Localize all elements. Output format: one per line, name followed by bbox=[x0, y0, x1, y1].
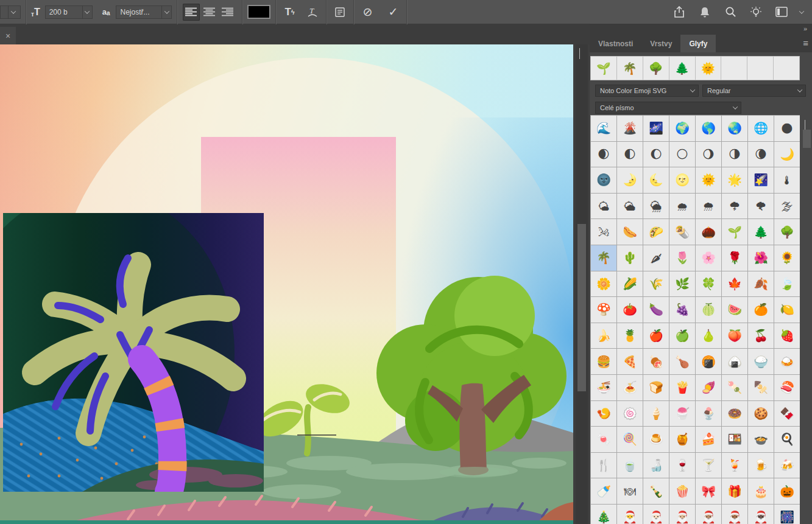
glyph-cell[interactable]: 🌎 bbox=[696, 116, 721, 141]
glyph-cell[interactable]: 🎅🏾 bbox=[722, 505, 747, 524]
glyph-cell[interactable]: 🍨 bbox=[696, 401, 721, 427]
glyph-cell[interactable]: 🌯 bbox=[669, 219, 695, 245]
glyph-cell[interactable]: 🍼 bbox=[591, 478, 616, 504]
glyph-cell[interactable]: 🍾 bbox=[643, 478, 669, 504]
font-style-select[interactable]: Regular bbox=[702, 85, 806, 97]
glyph-cell[interactable]: 🌡 bbox=[774, 167, 800, 193]
glyph-cell[interactable]: 🌛 bbox=[617, 167, 643, 193]
glyph-cell[interactable]: 🌹 bbox=[722, 245, 747, 271]
glyph-cell[interactable]: 🌑 bbox=[774, 116, 800, 141]
glyph-cell[interactable]: 🍭 bbox=[617, 427, 643, 452]
glyph-cell[interactable]: 🍠 bbox=[696, 375, 721, 400]
glyph-cell[interactable]: 🍵 bbox=[617, 453, 643, 478]
glyph-cell[interactable]: 🍎 bbox=[643, 323, 669, 349]
glyph-cell[interactable]: 🌰 bbox=[696, 219, 721, 245]
glyph-cell[interactable]: 🍱 bbox=[722, 427, 747, 452]
glyph-cell[interactable]: 🍣 bbox=[774, 375, 800, 400]
glyph-cell[interactable]: 🌏 bbox=[722, 116, 747, 141]
glyph-cell[interactable]: 🎅🏿 bbox=[748, 505, 774, 524]
glyph-range-select[interactable]: Celé písmo bbox=[595, 102, 741, 114]
recent-glyph-cell[interactable]: 🌴 bbox=[617, 57, 643, 80]
glyph-cell[interactable]: 🍌 bbox=[591, 323, 616, 349]
panel-menu-icon[interactable]: ≡ bbox=[803, 38, 808, 48]
glyph-cell[interactable]: 🍔 bbox=[591, 349, 616, 374]
glyph-cell[interactable]: 🍊 bbox=[748, 297, 774, 323]
glyph-cell[interactable]: 🎅🏼 bbox=[669, 505, 695, 524]
glyph-cell[interactable]: 🎅🏽 bbox=[696, 505, 721, 524]
glyph-cell[interactable]: 🌠 bbox=[748, 167, 774, 193]
recent-glyph-cell[interactable] bbox=[774, 57, 799, 80]
glyph-cell[interactable]: 🍬 bbox=[591, 427, 616, 452]
glyph-cell[interactable]: 🌟 bbox=[722, 167, 747, 193]
glyph-cell[interactable]: 🍛 bbox=[774, 349, 800, 374]
glyph-cell[interactable]: 🌼 bbox=[591, 271, 616, 297]
glyph-cell[interactable]: 🌨 bbox=[696, 194, 721, 219]
align-center-button[interactable] bbox=[201, 4, 218, 21]
glyph-cell[interactable]: 🍮 bbox=[643, 427, 669, 452]
tab-vrstvy[interactable]: Vrstvy bbox=[641, 35, 680, 52]
glyph-cell[interactable]: 🍶 bbox=[643, 453, 669, 478]
glyph-cell[interactable]: 🌞 bbox=[696, 167, 721, 193]
tool-preset-select[interactable] bbox=[0, 5, 21, 19]
glyph-cell[interactable]: 🍿 bbox=[669, 478, 695, 504]
glyph-cell[interactable]: 🍘 bbox=[696, 349, 721, 374]
glyph-cell[interactable]: 🍙 bbox=[722, 349, 747, 374]
glyph-cell[interactable]: 🍳 bbox=[774, 427, 800, 452]
close-document-icon[interactable]: × bbox=[0, 27, 16, 44]
glyph-cell[interactable]: 🍟 bbox=[669, 375, 695, 400]
align-right-button[interactable] bbox=[219, 4, 236, 21]
glyph-cell[interactable]: 🍐 bbox=[696, 323, 721, 349]
glyph-cell[interactable]: 🎆 bbox=[774, 505, 800, 524]
glyph-cell[interactable]: 🌽 bbox=[617, 271, 643, 297]
glyph-cell[interactable]: 🌻 bbox=[774, 245, 800, 271]
glyph-cell[interactable]: 🍏 bbox=[669, 323, 695, 349]
glyph-cell[interactable]: 🌕 bbox=[669, 142, 695, 167]
glyph-cell[interactable]: 🍩 bbox=[722, 401, 747, 427]
glyph-cell[interactable]: 🍻 bbox=[774, 453, 800, 478]
document-canvas[interactable] bbox=[0, 44, 573, 524]
glyph-cell[interactable]: 🍪 bbox=[748, 401, 774, 427]
toggle-panels-icon[interactable] bbox=[331, 4, 348, 21]
recent-glyph-cell[interactable]: 🌱 bbox=[591, 57, 616, 80]
glyph-cell[interactable]: 🌴 bbox=[591, 245, 616, 271]
glyph-cell[interactable]: 🎅 bbox=[617, 505, 643, 524]
glyph-cell[interactable]: 🍞 bbox=[643, 375, 669, 400]
glyph-cell[interactable]: 🌪 bbox=[748, 194, 774, 219]
glyph-cell[interactable]: 🍡 bbox=[722, 375, 747, 400]
glyph-cell[interactable]: 🍀 bbox=[696, 271, 721, 297]
glyph-cell[interactable]: 🌗 bbox=[722, 142, 747, 167]
glyph-cell[interactable]: 🍝 bbox=[617, 375, 643, 400]
font-size-select[interactable]: 200 b bbox=[45, 5, 93, 19]
glyph-cell[interactable]: 🌔 bbox=[643, 142, 669, 167]
glyph-cell[interactable]: 🌿 bbox=[669, 271, 695, 297]
glyph-cell[interactable]: 🍆 bbox=[643, 297, 669, 323]
recent-glyph-cell[interactable]: 🌲 bbox=[669, 57, 695, 80]
glyph-cell[interactable]: 🌥 bbox=[617, 194, 643, 219]
glyph-cell[interactable]: 🍅 bbox=[617, 297, 643, 323]
glyph-cell[interactable]: 🎁 bbox=[722, 478, 747, 504]
glyph-cell[interactable]: 🍺 bbox=[748, 453, 774, 478]
glyph-cell[interactable]: 🌚 bbox=[591, 167, 616, 193]
glyph-cell[interactable]: 🍹 bbox=[722, 453, 747, 478]
glyph-cell[interactable]: 🎀 bbox=[696, 478, 721, 504]
glyph-cell[interactable]: 🍸 bbox=[696, 453, 721, 478]
glyph-cell[interactable]: 🌬 bbox=[591, 219, 616, 245]
workspace-switcher-icon[interactable] bbox=[774, 4, 789, 21]
glyph-cell[interactable]: 🍈 bbox=[696, 297, 721, 323]
align-left-button[interactable] bbox=[183, 4, 200, 21]
glyph-cell[interactable]: 🌧 bbox=[669, 194, 695, 219]
glyph-cell[interactable]: 🌩 bbox=[722, 194, 747, 219]
glyph-cell[interactable]: 🍓 bbox=[774, 323, 800, 349]
glyph-cell[interactable]: 🍜 bbox=[591, 375, 616, 400]
warp-text-icon[interactable]: Tϟ bbox=[281, 4, 298, 21]
glyph-cell[interactable]: 🌙 bbox=[774, 142, 800, 167]
discover-lightbulb-icon[interactable] bbox=[749, 4, 763, 21]
glyph-cell[interactable]: 🍁 bbox=[722, 271, 747, 297]
canvas-vertical-scrollbar[interactable] bbox=[576, 44, 588, 524]
glyph-cell[interactable]: 🍋 bbox=[774, 297, 800, 323]
glyph-cell[interactable]: 🌺 bbox=[748, 245, 774, 271]
text-color-swatch[interactable] bbox=[247, 5, 270, 19]
font-family-select[interactable]: Noto Color Emoji SVG bbox=[595, 85, 699, 97]
expand-panels-icon[interactable]: » bbox=[803, 25, 807, 32]
glyph-cell[interactable]: 🎂 bbox=[748, 478, 774, 504]
